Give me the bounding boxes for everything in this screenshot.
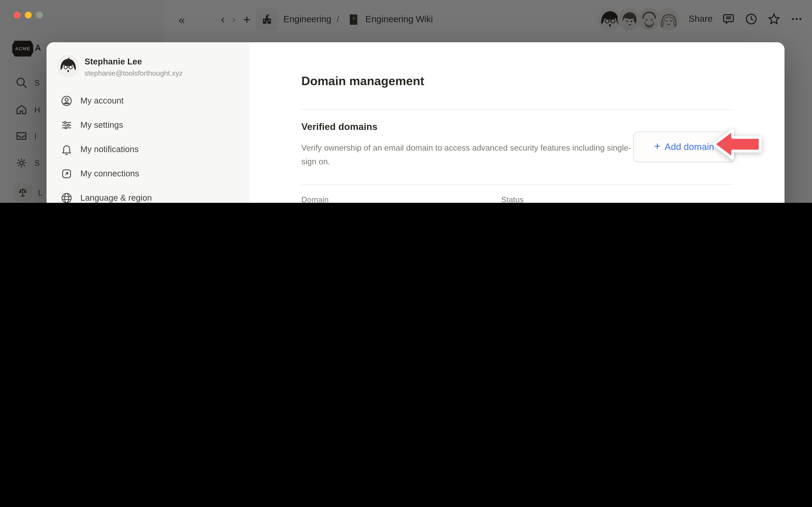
verified-domains-title: Verified domains [301, 121, 734, 133]
settings-main: Domain management Verified domains Verif… [250, 42, 784, 203]
arrow-out-box-icon [60, 168, 73, 180]
globe-icon [60, 192, 73, 203]
column-status: Status [501, 195, 523, 203]
user-circle-icon [60, 95, 73, 107]
settings-nav-my-notifications[interactable]: My notifications [54, 137, 242, 162]
settings-sidebar: Stephanie Lee stephanie@toolsforthought.… [47, 42, 250, 203]
user-name: Stephanie Lee [85, 56, 183, 66]
bell-icon [60, 143, 73, 156]
user-email: stephanie@toolsforthought.xyz [85, 69, 183, 77]
divider [301, 109, 734, 110]
settings-nav-my-connections[interactable]: My connections [54, 162, 242, 186]
verified-domains-description: Verify ownership of an email domain to a… [301, 141, 640, 169]
settings-nav-language-region[interactable]: Language & region [54, 186, 242, 203]
settings-nav-my-account[interactable]: My account [54, 89, 242, 113]
close-window-button[interactable] [14, 12, 21, 18]
user-avatar [58, 56, 78, 76]
account-header: Stephanie Lee stephanie@toolsforthought.… [47, 42, 250, 89]
page-title: Domain management [301, 74, 734, 88]
plus-icon: + [654, 140, 661, 153]
domains-table-header: Domain Status [301, 184, 734, 203]
screen: ACME A S H I S L C D [0, 0, 812, 203]
annotation-arrow-icon [711, 126, 763, 163]
settings-nav-my-settings[interactable]: My settings [54, 113, 242, 137]
sliders-icon [60, 119, 73, 131]
window-controls [14, 12, 43, 18]
minimize-window-button[interactable] [25, 12, 32, 18]
settings-modal: Stephanie Lee stephanie@toolsforthought.… [47, 42, 784, 203]
column-domain: Domain [301, 195, 501, 203]
zoom-window-button[interactable] [36, 12, 43, 18]
